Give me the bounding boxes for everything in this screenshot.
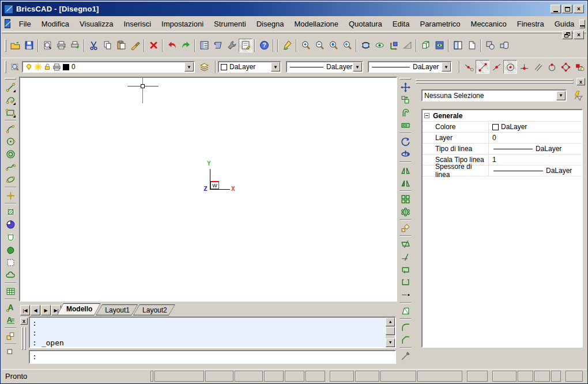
minimize-button[interactable] <box>551 5 561 13</box>
redline-icon[interactable] <box>280 39 294 52</box>
donut-icon[interactable] <box>3 148 17 160</box>
close-polyline-icon[interactable] <box>398 263 412 276</box>
status-cell[interactable] <box>205 371 233 382</box>
command-history[interactable]: : : : _open ▲ ▼ <box>29 317 396 348</box>
menu-parametrico[interactable]: Parametrico <box>414 17 465 31</box>
status-cell[interactable] <box>380 371 416 382</box>
mdi-close-button[interactable]: × <box>574 31 584 39</box>
zoom-in-icon[interactable] <box>299 39 312 52</box>
drawing-explorer-icon[interactable] <box>197 39 211 52</box>
region-icon[interactable] <box>3 231 17 243</box>
menu-impostazioni[interactable]: Impostazioni <box>156 17 209 31</box>
line-icon[interactable] <box>3 81 17 93</box>
extend-icon[interactable] <box>398 250 412 263</box>
array-icon[interactable] <box>398 193 412 205</box>
new-view-icon[interactable] <box>465 39 478 52</box>
solids-icon[interactable] <box>497 39 511 52</box>
selection-dropdown-arrow[interactable]: ▼ <box>556 91 566 100</box>
command-grip[interactable] <box>24 327 26 350</box>
menu-finestra[interactable]: Finestra <box>512 17 549 31</box>
lineweight-combobox[interactable]: DaLayer ▼ <box>368 61 452 73</box>
panel-grip[interactable] <box>416 79 574 81</box>
maximize-button[interactable] <box>562 5 572 13</box>
delete-icon[interactable] <box>146 39 160 52</box>
print-icon[interactable] <box>54 39 68 52</box>
menu-modifica[interactable]: Modifica <box>36 17 74 31</box>
menu-file[interactable]: File <box>14 17 36 31</box>
status-cell[interactable] <box>417 371 462 382</box>
layers-icon[interactable] <box>197 60 211 74</box>
status-cell[interactable] <box>264 371 284 382</box>
mdi-minimize-button[interactable] <box>579 20 585 28</box>
move-icon[interactable] <box>398 81 412 93</box>
snap-nearest-icon[interactable] <box>462 60 476 74</box>
snap-quadrant-icon[interactable] <box>559 60 572 74</box>
property-row-tipo-di-linea[interactable]: Tipo di linea DaLayer <box>423 144 582 155</box>
scale-icon[interactable] <box>398 221 412 234</box>
hatch-icon[interactable] <box>3 205 17 218</box>
properties-section-header[interactable]: Generale <box>423 110 582 122</box>
stretch-icon[interactable] <box>398 119 412 131</box>
sheets-icon[interactable] <box>211 39 225 52</box>
polyline-icon[interactable] <box>3 93 17 106</box>
draw-order-icon[interactable] <box>483 39 497 52</box>
zoom-extents-icon[interactable] <box>326 39 340 52</box>
tab-next-button[interactable]: ▶ <box>41 305 51 315</box>
format-painter-icon[interactable] <box>128 39 142 52</box>
command-scrollbar[interactable]: ▲ ▼ <box>386 318 395 347</box>
boundary-icon[interactable] <box>3 243 17 256</box>
status-cell[interactable] <box>235 371 263 382</box>
toolbar-grip[interactable] <box>5 78 16 80</box>
ellipse-icon[interactable] <box>3 173 17 186</box>
arc-icon[interactable] <box>3 122 17 135</box>
snap-insertion-icon[interactable] <box>572 60 586 74</box>
paste-icon[interactable] <box>114 39 128 52</box>
offset-icon[interactable] <box>398 106 412 119</box>
save-icon[interactable] <box>22 39 36 52</box>
menu-meccanico[interactable]: Meccanico <box>466 17 512 31</box>
status-cell[interactable] <box>492 371 517 382</box>
menu-edita[interactable]: Edita <box>387 17 415 31</box>
toolbar-grip[interactable] <box>5 39 6 52</box>
status-cell[interactable] <box>467 371 488 382</box>
tab-first-button[interactable]: |◀ <box>20 305 30 315</box>
panel-close-icon[interactable]: x <box>576 78 585 85</box>
print-preview-icon[interactable] <box>40 39 54 52</box>
layer-combobox[interactable]: 0 ▼ <box>22 61 195 73</box>
panel-grip[interactable] <box>416 82 574 84</box>
property-row-layer[interactable]: Layer 0 <box>423 133 582 144</box>
open-polyline-icon[interactable] <box>398 276 412 288</box>
circle-icon[interactable] <box>3 135 17 148</box>
command-grip[interactable] <box>21 327 23 350</box>
chamfer-icon[interactable] <box>398 333 412 346</box>
revision-cloud-icon[interactable] <box>3 269 17 281</box>
settings-icon[interactable] <box>225 39 239 52</box>
rotate-icon[interactable] <box>398 135 412 148</box>
tab-layout2[interactable]: Layout2 <box>133 304 175 315</box>
block-icon[interactable] <box>3 346 17 359</box>
box-3d-icon[interactable] <box>419 39 432 52</box>
color-combobox[interactable]: DaLayer ▼ <box>218 61 281 73</box>
point-icon[interactable] <box>3 189 17 202</box>
look-icon[interactable] <box>372 39 386 52</box>
tile-windows-icon[interactable] <box>451 39 465 52</box>
zoom-out-icon[interactable] <box>312 39 326 52</box>
fillet-icon[interactable] <box>398 321 412 333</box>
scroll-thumb[interactable] <box>386 327 395 335</box>
property-row-spessore-di-linea[interactable]: Spessore di linea DaLayer <box>423 165 582 176</box>
snap-tangent-icon[interactable] <box>545 60 559 74</box>
spline-icon[interactable] <box>3 160 17 173</box>
linetype-dropdown-arrow[interactable]: ▼ <box>353 62 362 71</box>
orbit-icon[interactable] <box>359 39 372 52</box>
scroll-down-icon[interactable]: ▼ <box>386 338 395 347</box>
layer-explorer-icon[interactable] <box>8 60 22 74</box>
linetype-combobox[interactable]: DaLayer ▼ <box>286 61 363 73</box>
color-dropdown-arrow[interactable]: ▼ <box>271 62 280 71</box>
command-input[interactable]: : <box>29 350 396 364</box>
rotate-3d-icon[interactable] <box>398 148 412 160</box>
render-icon[interactable] <box>432 39 446 52</box>
snap-endpoint-icon[interactable] <box>476 60 489 74</box>
snap-perpendicular-icon[interactable] <box>517 60 531 74</box>
properties-icon[interactable] <box>239 39 252 52</box>
tab-modello[interactable]: Modello <box>57 303 100 315</box>
